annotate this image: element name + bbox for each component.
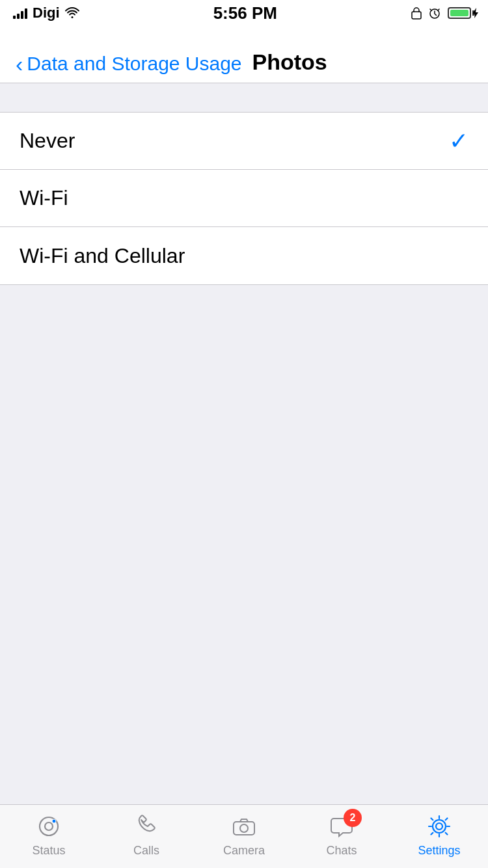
chats-tab-icon: 2 bbox=[327, 811, 357, 841]
options-list: Never ✓ Wi-Fi Wi-Fi and Cellular bbox=[0, 112, 488, 285]
status-bar-left: Digi bbox=[13, 5, 79, 21]
battery-icon bbox=[448, 7, 475, 19]
svg-point-7 bbox=[436, 823, 442, 830]
empty-content-area bbox=[0, 285, 488, 804]
status-time: 5:56 PM bbox=[213, 3, 277, 23]
back-chevron-icon: ‹ bbox=[16, 53, 23, 75]
calls-tab-icon bbox=[131, 811, 161, 841]
wifi-icon bbox=[65, 7, 79, 19]
back-button[interactable]: ‹ Data and Storage Usage bbox=[16, 53, 242, 75]
tab-status[interactable]: Status bbox=[0, 811, 98, 858]
svg-point-3 bbox=[45, 822, 53, 830]
calls-tab-label: Calls bbox=[133, 844, 159, 858]
tab-chats[interactable]: 2 Chats bbox=[293, 811, 390, 858]
camera-tab-label: Camera bbox=[223, 844, 265, 858]
tab-camera[interactable]: Camera bbox=[195, 811, 293, 858]
svg-point-6 bbox=[240, 824, 248, 832]
signal-icon bbox=[13, 7, 27, 19]
page-title: Photos bbox=[252, 49, 327, 75]
chats-tab-label: Chats bbox=[326, 844, 357, 858]
tab-bar: Status Calls Camera 2 Chats bbox=[0, 804, 488, 868]
option-wifi-cellular-label: Wi-Fi and Cellular bbox=[20, 244, 185, 268]
option-never-label: Never bbox=[20, 129, 75, 153]
svg-point-8 bbox=[433, 820, 446, 833]
carrier-label: Digi bbox=[33, 5, 60, 21]
tab-settings[interactable]: Settings bbox=[390, 811, 488, 858]
alarm-icon bbox=[428, 7, 441, 20]
option-wifi-cellular[interactable]: Wi-Fi and Cellular bbox=[0, 227, 488, 284]
svg-rect-0 bbox=[412, 12, 421, 19]
settings-tab-label: Settings bbox=[418, 844, 460, 858]
option-never-checkmark: ✓ bbox=[449, 128, 468, 155]
option-never[interactable]: Never ✓ bbox=[0, 113, 488, 170]
chats-badge: 2 bbox=[344, 809, 362, 827]
status-bar: Digi 5:56 PM bbox=[0, 0, 488, 26]
nav-bar: ‹ Data and Storage Usage Photos bbox=[0, 26, 488, 83]
status-bar-right bbox=[411, 7, 475, 20]
status-tab-icon bbox=[34, 811, 64, 841]
settings-tab-icon bbox=[424, 811, 454, 841]
back-label: Data and Storage Usage bbox=[27, 53, 241, 75]
lock-icon bbox=[411, 7, 422, 20]
svg-point-4 bbox=[52, 819, 56, 823]
camera-tab-icon bbox=[229, 811, 259, 841]
tab-calls[interactable]: Calls bbox=[98, 811, 195, 858]
option-wifi[interactable]: Wi-Fi bbox=[0, 170, 488, 227]
section-spacer-top bbox=[0, 83, 488, 112]
status-tab-label: Status bbox=[32, 844, 65, 858]
option-wifi-label: Wi-Fi bbox=[20, 186, 68, 210]
